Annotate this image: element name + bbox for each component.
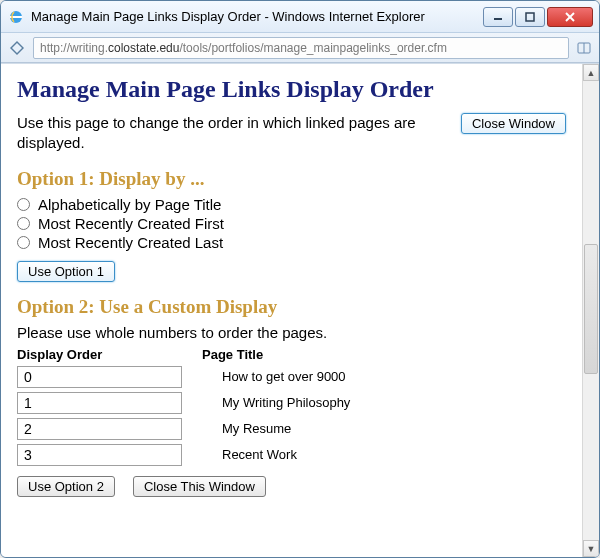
viewport: Manage Main Page Links Display Order Use… — [1, 63, 599, 557]
table-header: Display Order Page Title — [17, 347, 566, 362]
order-input[interactable] — [17, 366, 182, 388]
table-row: My Resume — [17, 418, 566, 440]
order-input[interactable] — [17, 444, 182, 466]
table-row: Recent Work — [17, 444, 566, 466]
window-title: Manage Main Page Links Display Order - W… — [31, 9, 481, 24]
order-input[interactable] — [17, 392, 182, 414]
close-this-window-button[interactable]: Close This Window — [133, 476, 266, 497]
radio-recent-last[interactable] — [17, 236, 30, 249]
table-row: How to get over 9000 — [17, 366, 566, 388]
close-window-button[interactable]: Close Window — [461, 113, 566, 134]
radio-label: Most Recently Created Last — [38, 234, 223, 251]
page-title-cell: How to get over 9000 — [202, 369, 566, 384]
option1-choice[interactable]: Most Recently Created Last — [17, 234, 566, 251]
svg-rect-2 — [526, 13, 534, 21]
col-page-title: Page Title — [202, 347, 566, 362]
radio-recent-first[interactable] — [17, 217, 30, 230]
order-input[interactable] — [17, 418, 182, 440]
url-host: colostate.edu — [108, 41, 179, 55]
scroll-thumb[interactable] — [584, 244, 598, 374]
intro-text: Use this page to change the order in whi… — [17, 113, 449, 154]
use-option1-button[interactable]: Use Option 1 — [17, 261, 115, 282]
radio-label: Alphabetically by Page Title — [38, 196, 221, 213]
titlebar: Manage Main Page Links Display Order - W… — [1, 1, 599, 33]
radio-label: Most Recently Created First — [38, 215, 224, 232]
option1-choice[interactable]: Most Recently Created First — [17, 215, 566, 232]
url-path: /tools/portfolios/manage_mainpagelinks_o… — [179, 41, 446, 55]
page-title-cell: My Writing Philosophy — [202, 395, 566, 410]
maximize-button[interactable] — [515, 7, 545, 27]
page-icon — [7, 38, 27, 58]
option1-choice[interactable]: Alphabetically by Page Title — [17, 196, 566, 213]
url-prefix: http://writing. — [40, 41, 108, 55]
page-title-cell: My Resume — [202, 421, 566, 436]
page-content: Manage Main Page Links Display Order Use… — [1, 64, 582, 557]
use-option2-button[interactable]: Use Option 2 — [17, 476, 115, 497]
browser-window: Manage Main Page Links Display Order - W… — [0, 0, 600, 558]
compat-view-icon[interactable] — [575, 39, 593, 57]
col-display-order: Display Order — [17, 347, 202, 362]
ie-logo-icon — [7, 8, 25, 26]
page-heading: Manage Main Page Links Display Order — [17, 76, 566, 103]
address-bar: http://writing.colostate.edu/tools/portf… — [1, 33, 599, 63]
url-input[interactable]: http://writing.colostate.edu/tools/portf… — [33, 37, 569, 59]
close-button[interactable] — [547, 7, 593, 27]
scroll-up-arrow[interactable]: ▲ — [583, 64, 599, 81]
vertical-scrollbar[interactable]: ▲ ▼ — [582, 64, 599, 557]
minimize-button[interactable] — [483, 7, 513, 27]
radio-alpha[interactable] — [17, 198, 30, 211]
window-controls — [481, 7, 593, 27]
page-title-cell: Recent Work — [202, 447, 566, 462]
table-row: My Writing Philosophy — [17, 392, 566, 414]
option2-heading: Option 2: Use a Custom Display — [17, 296, 566, 318]
scroll-down-arrow[interactable]: ▼ — [583, 540, 599, 557]
option2-instructions: Please use whole numbers to order the pa… — [17, 324, 566, 341]
option1-heading: Option 1: Display by ... — [17, 168, 566, 190]
